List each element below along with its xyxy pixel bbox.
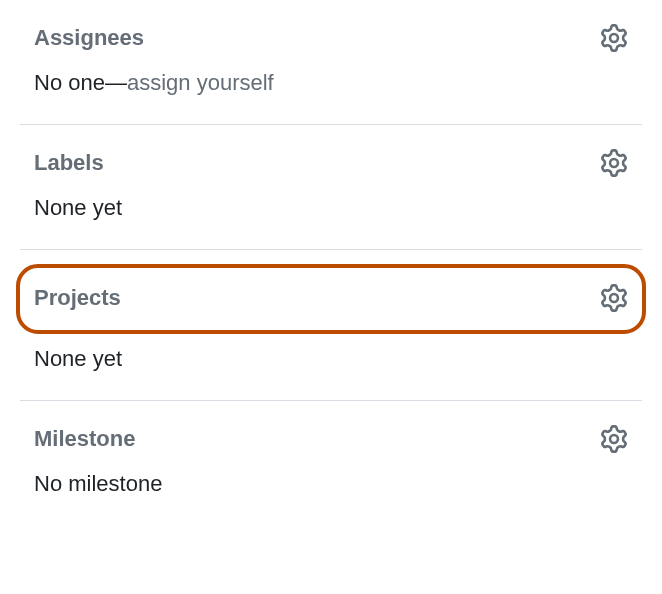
projects-section: Projects None yet bbox=[20, 250, 642, 401]
projects-header[interactable]: Projects bbox=[34, 284, 628, 312]
assignees-section: Assignees No one—assign yourself bbox=[20, 0, 642, 125]
projects-content: None yet bbox=[20, 346, 642, 372]
projects-title: Projects bbox=[34, 285, 121, 311]
milestone-content: No milestone bbox=[34, 471, 628, 497]
gear-icon[interactable] bbox=[600, 149, 628, 177]
assign-yourself-link[interactable]: assign yourself bbox=[127, 70, 274, 95]
assignees-title: Assignees bbox=[34, 25, 144, 51]
labels-content: None yet bbox=[34, 195, 628, 221]
milestone-title: Milestone bbox=[34, 426, 135, 452]
assignees-header: Assignees bbox=[34, 24, 628, 52]
issue-sidebar: Assignees No one—assign yourself Labels … bbox=[0, 0, 662, 525]
projects-highlight: Projects bbox=[16, 264, 646, 334]
gear-icon[interactable] bbox=[600, 284, 628, 312]
milestone-header: Milestone bbox=[34, 425, 628, 453]
gear-icon[interactable] bbox=[600, 425, 628, 453]
assignees-content: No one—assign yourself bbox=[34, 70, 628, 96]
milestone-section: Milestone No milestone bbox=[20, 401, 642, 525]
assignees-noone-text: No one— bbox=[34, 70, 127, 95]
labels-section: Labels None yet bbox=[20, 125, 642, 250]
labels-title: Labels bbox=[34, 150, 104, 176]
gear-icon[interactable] bbox=[600, 24, 628, 52]
labels-header: Labels bbox=[34, 149, 628, 177]
